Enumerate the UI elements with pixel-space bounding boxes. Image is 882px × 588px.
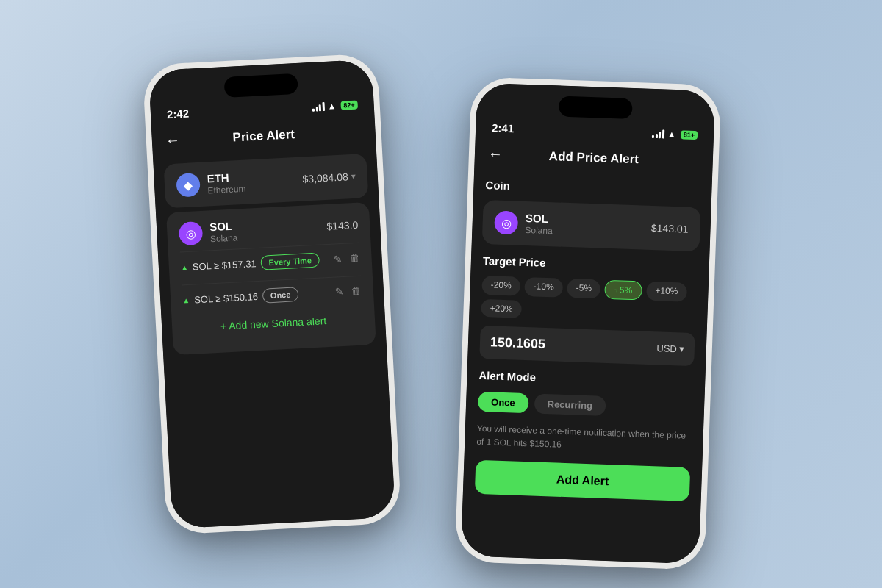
chip-1[interactable]: -20% [481,276,520,296]
battery-2: 81+ [681,130,698,140]
coin-card-2[interactable]: ◎ SOL Solana $143.01 [482,200,701,251]
edit-icon-2[interactable]: ✎ [335,286,345,298]
sol-card: ◎ SOL Solana $143.0 [166,202,376,355]
alert-actions-2: ✎ 🗑 [335,285,362,298]
back-button-1[interactable]: ← [165,132,180,149]
eth-chevron: ▾ [351,171,356,182]
signal-icon-2 [652,129,664,138]
sol-icon-2: ◎ [494,210,518,234]
delete-icon-2[interactable]: 🗑 [351,285,362,298]
sol-symbol-2: SOL [526,212,553,225]
sol-info-2: ◎ SOL Solana [494,210,553,236]
dynamic-island-1 [223,74,298,98]
delete-icon-1[interactable]: 🗑 [349,252,360,265]
page-title-2: Add Price Alert [548,149,639,167]
wifi-icon-2: ▲ [667,129,676,139]
alert-text-1: SOL ≥ $157.31 [192,258,257,273]
currency-chevron: ▾ [679,343,685,354]
sol-row: ◎ SOL Solana $143.0 [179,213,359,246]
chip-2[interactable]: -10% [524,277,563,298]
eth-name: Ethereum [207,184,246,196]
alert-actions-1: ✎ 🗑 [333,252,360,265]
alert-badge-2[interactable]: Once [262,287,298,304]
arrow-up-2: ▲ [182,295,190,304]
time-2: 2:41 [492,121,514,135]
chip-6[interactable]: +20% [481,299,522,318]
page-title-1: Price Alert [232,127,295,145]
phone1: 2:42 ▲ 82+ ← Price A [142,53,401,535]
back-button-2[interactable]: ← [488,146,503,163]
alert-text-2: SOL ≥ $150.16 [194,291,259,306]
chip-5[interactable]: +10% [646,282,687,302]
sol-info: ◎ SOL Solana [179,219,238,245]
sol-price: $143.0 [326,219,359,232]
sol-symbol: SOL [209,219,237,233]
eth-details: ETH Ethereum [207,171,246,196]
signal-icon-1 [312,101,325,111]
alert-condition-1: ▲ SOL ≥ $157.31 Every Time [180,253,320,275]
time-1: 2:42 [167,107,190,121]
sol-name-2: Solana [525,225,553,236]
eth-card: ◆ ETH Ethereum $3,084.08 ▾ [164,154,369,208]
sol-details-2: SOL Solana [525,212,553,236]
chip-3[interactable]: -5% [567,279,600,299]
currency-select[interactable]: USD ▾ [656,343,684,354]
sol-symbol-icon: ◎ [185,226,196,241]
alert-condition-2: ▲ SOL ≥ $150.16 Once [182,287,299,307]
eth-icon: ◆ [176,173,201,198]
price-input-row: 150.1605 USD ▾ [479,326,695,366]
sol-name: Solana [210,232,238,244]
eth-symbol-icon: ◆ [184,178,193,193]
dynamic-island-2 [559,96,633,118]
status-icons-2: ▲ 81+ [652,128,698,140]
sol-icon: ◎ [179,221,204,246]
edit-icon-1[interactable]: ✎ [333,253,343,265]
mode-once[interactable]: Once [478,392,528,413]
status-icons-1: ▲ 82+ [312,99,358,112]
eth-row: ◆ ETH Ethereum $3,084.08 ▾ [176,165,356,198]
alert-badge-1[interactable]: Every Time [260,253,320,270]
alert-description: You will receive a one-time notification… [465,417,704,463]
eth-price: $3,084.08 ▾ [302,171,356,185]
arrow-up-1: ▲ [181,262,188,271]
phone2: 2:41 ▲ 81+ ← Add Pri [455,76,722,570]
coin-row-2: ◎ SOL Solana $143.01 [494,210,689,240]
chip-4[interactable]: +5% [605,280,642,301]
sol-price-2: $143.01 [651,222,689,235]
sol-details: SOL Solana [209,219,238,244]
alert-row-1: ▲ SOL ≥ $157.31 Every Time ✎ 🗑 [180,243,361,279]
confirm-button[interactable]: Add Alert [475,460,690,501]
price-input-value[interactable]: 150.1605 [490,334,546,352]
eth-symbol: ETH [207,171,245,185]
wifi-icon-1: ▲ [327,101,337,112]
mode-recurring[interactable]: Recurring [534,394,606,416]
eth-info: ◆ ETH Ethereum [176,171,246,198]
battery-1: 82+ [340,100,358,110]
sol-symbol-icon-2: ◎ [501,215,512,229]
price-chips: -20% -10% -5% +5% +10% +20% [469,270,709,329]
